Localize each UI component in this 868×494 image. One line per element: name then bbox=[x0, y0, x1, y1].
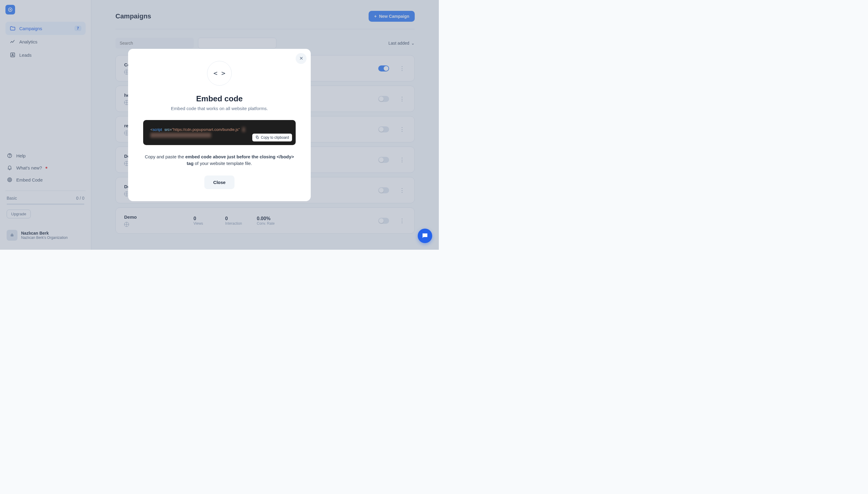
close-button[interactable]: Close bbox=[204, 175, 235, 189]
modal-overlay[interactable]: ✕ < > Embed code Embed code that works o… bbox=[0, 0, 439, 250]
copy-to-clipboard-button[interactable]: Copy to clipboard bbox=[252, 134, 292, 141]
chat-fab[interactable] bbox=[418, 229, 432, 243]
svg-rect-10 bbox=[256, 137, 258, 139]
code-block: <script src="https://cdn.popupsmart.com/… bbox=[143, 120, 296, 145]
chat-icon bbox=[421, 232, 429, 240]
embed-code-modal: ✕ < > Embed code Embed code that works o… bbox=[128, 49, 311, 201]
copy-icon bbox=[255, 135, 259, 139]
code-icon: < > bbox=[207, 61, 232, 86]
modal-title: Embed code bbox=[143, 94, 296, 103]
modal-description: Copy and paste the embed code above just… bbox=[143, 153, 296, 167]
modal-subtitle: Embed code that works on all website pla… bbox=[143, 106, 296, 111]
close-icon-button[interactable]: ✕ bbox=[296, 53, 307, 64]
